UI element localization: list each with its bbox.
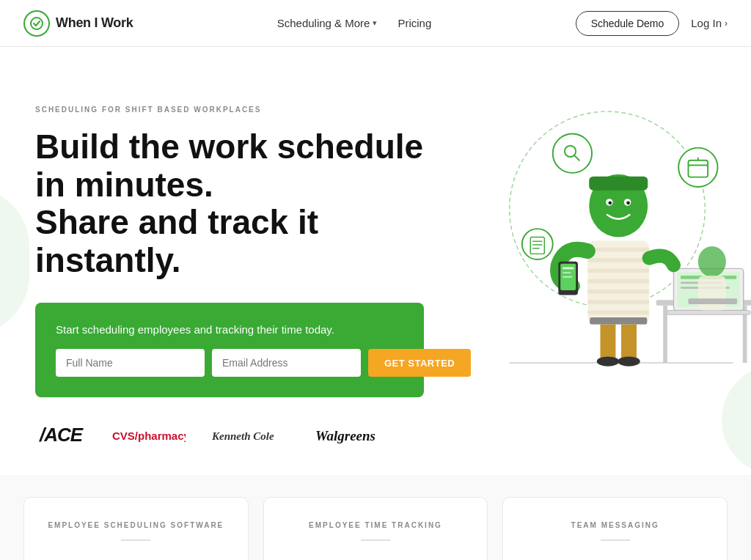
hero-eyebrow: SCHEDULING FOR SHIFT BASED WORKPLACES [35, 106, 461, 114]
logo-icon [23, 10, 50, 37]
logo-ace: /ACE [38, 424, 86, 446]
card-time-tracking: EMPLOYEE TIME TRACKING [263, 497, 488, 560]
cards-section: EMPLOYEE SCHEDULING SOFTWARE [0, 475, 751, 560]
card-team-messaging: TEAM MESSAGING Can anyone cover for me? … [502, 497, 728, 560]
svg-rect-24 [587, 279, 649, 284]
logo-walgreens: Walgreens [315, 424, 392, 446]
svg-point-18 [597, 356, 619, 366]
svg-rect-8 [663, 306, 667, 363]
svg-point-38 [626, 201, 630, 205]
card-divider-3 [601, 539, 630, 541]
get-started-button[interactable]: GET STARTED [368, 349, 471, 377]
svg-point-37 [608, 201, 612, 205]
svg-rect-23 [587, 268, 649, 273]
card-image-time [309, 554, 442, 560]
hero-form-row: GET STARTED [56, 349, 403, 377]
svg-text:Walgreens: Walgreens [315, 428, 376, 443]
svg-point-40 [698, 246, 726, 277]
nav-actions: Schedule Demo Log In › [576, 11, 728, 36]
hero-left: SCHEDULING FOR SHIFT BASED WORKPLACES Bu… [35, 91, 461, 446]
nav-link-scheduling[interactable]: Scheduling & More ▾ [277, 17, 378, 29]
logo-cvs: CVS/pharmacy [112, 424, 186, 446]
card-divider-2 [361, 539, 390, 541]
hero-title: Build the work schedule in minutes. Shar… [35, 128, 461, 279]
card-divider-1 [121, 539, 150, 541]
email-input[interactable] [212, 349, 361, 377]
nav-link-pricing[interactable]: Pricing [398, 17, 431, 29]
svg-rect-31 [563, 267, 574, 269]
login-button[interactable]: Log In › [691, 17, 728, 29]
card-image-scheduling: ✗ ○ ≡ ✗ ✓ ✓ ✓ ○ ✓ ✓ [70, 554, 202, 560]
svg-rect-28 [590, 317, 647, 325]
blob-right [722, 365, 751, 475]
hero-section: SCHEDULING FOR SHIFT BASED WORKPLACES Bu… [0, 47, 751, 475]
hero-form-box: Start scheduling employees and tracking … [35, 303, 424, 397]
nav-links: Scheduling & More ▾ Pricing [277, 17, 432, 29]
svg-point-0 [31, 18, 43, 29]
card-label-time: EMPLOYEE TIME TRACKING [309, 521, 442, 529]
hero-illustration [461, 84, 751, 377]
card-label-scheduling: EMPLOYEE SCHEDULING SOFTWARE [48, 521, 224, 529]
svg-rect-25 [587, 290, 649, 294]
svg-rect-41 [698, 276, 726, 311]
svg-rect-33 [563, 276, 572, 278]
schedule-demo-button[interactable]: Schedule Demo [576, 11, 680, 36]
svg-text:Kenneth Cole: Kenneth Cole [212, 430, 274, 442]
svg-rect-15 [667, 311, 750, 315]
svg-rect-42 [688, 298, 737, 304]
svg-rect-39 [589, 177, 648, 191]
svg-rect-26 [587, 300, 649, 304]
logo[interactable]: When I Work [23, 10, 133, 37]
card-employee-scheduling: EMPLOYEE SCHEDULING SOFTWARE [23, 497, 249, 560]
svg-text:CVS/pharmacy: CVS/pharmacy [112, 430, 186, 442]
chevron-down-icon: ▾ [373, 18, 377, 28]
svg-point-43 [553, 134, 592, 173]
card-label-messaging: TEAM MESSAGING [571, 521, 659, 529]
navbar: When I Work Scheduling & More ▾ Pricing … [0, 0, 751, 47]
chevron-right-icon: › [725, 18, 728, 29]
blob-left [0, 188, 29, 334]
card-image-messaging: Can anyone cover for me? Sorry I'm busy … [549, 554, 681, 560]
svg-rect-21 [587, 248, 649, 252]
full-name-input[interactable] [56, 349, 205, 377]
brand-logos: /ACE CVS/pharmacy Kenneth Cole Walgreens [35, 424, 461, 446]
hero-form-subtitle: Start scheduling employees and tracking … [56, 323, 403, 336]
svg-rect-32 [563, 272, 571, 273]
svg-text:/ACE: /ACE [39, 424, 84, 446]
svg-point-46 [678, 148, 717, 187]
logo-kenneth-cole: Kenneth Cole [212, 424, 289, 446]
logo-text: When I Work [56, 15, 133, 31]
svg-point-50 [522, 229, 553, 259]
svg-rect-22 [587, 258, 649, 262]
svg-point-19 [618, 356, 640, 366]
svg-rect-27 [587, 311, 649, 315]
